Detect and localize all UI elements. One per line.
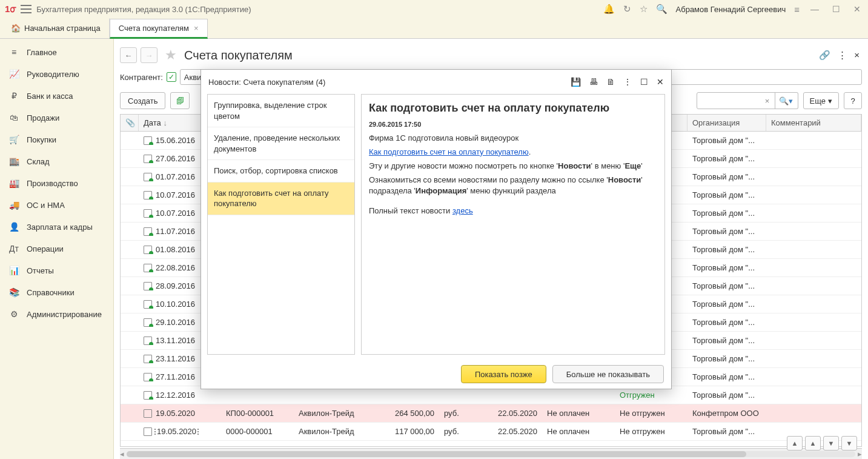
nav-label: Справочники — [27, 288, 75, 297]
horizontal-scrollbar[interactable]: ◂▸ — [120, 448, 862, 459]
preview-icon[interactable]: 🗎 — [606, 77, 615, 87]
document-icon — [144, 264, 152, 272]
home-icon: 🏠 — [11, 24, 21, 33]
col-comment[interactable]: Комментарий — [766, 115, 861, 131]
news-list-item[interactable]: Как подготовить счет на оплату покупател… — [208, 183, 354, 215]
sidebar-item-11[interactable]: 📚Справочники — [0, 281, 113, 303]
close-icon[interactable]: ✕ — [657, 77, 664, 87]
document-icon — [144, 427, 152, 436]
page-top-button[interactable]: ▲ — [787, 436, 803, 451]
window-close-icon[interactable]: ✕ — [851, 4, 863, 14]
document-icon — [144, 337, 152, 345]
help-button[interactable]: ? — [844, 92, 862, 109]
sidebar-item-12[interactable]: ⚙Администрирование — [0, 303, 113, 325]
sidebar-item-6[interactable]: 🏭Производство — [0, 172, 113, 194]
news-timestamp: 29.06.2015 17:50 — [369, 121, 657, 128]
filter-checkbox[interactable]: ✓ — [167, 72, 176, 82]
settings-icon[interactable]: ≡ — [794, 4, 800, 15]
app-title: Бухгалтерия предприятия, редакция 3.0 (1… — [36, 5, 251, 14]
nav-label: Отчеты — [27, 266, 54, 275]
page-up-button[interactable]: ▲ — [805, 436, 821, 451]
back-button[interactable]: ← — [120, 47, 137, 63]
sidebar-item-7[interactable]: 🚚ОС и НМА — [0, 194, 113, 216]
document-icon — [144, 246, 152, 254]
nav-icon: 🏬 — [8, 156, 19, 166]
document-icon — [144, 173, 152, 181]
tab-current[interactable]: Счета покупателям × — [110, 19, 208, 39]
document-icon — [144, 282, 152, 290]
close-icon[interactable]: × — [854, 50, 860, 61]
close-icon[interactable]: × — [194, 24, 199, 33]
nav-label: Руководителю — [27, 70, 79, 79]
news-link-2[interactable]: здесь — [452, 206, 473, 215]
sidebar-item-4[interactable]: 🛒Покупки — [0, 129, 113, 150]
star-icon[interactable]: ☆ — [640, 4, 648, 15]
history-icon[interactable]: ↻ — [623, 4, 631, 15]
document-icon — [144, 136, 152, 145]
sidebar-item-3[interactable]: 🛍Продажи — [0, 107, 113, 129]
document-icon — [144, 409, 152, 418]
title-bar: 1൦ Бухгалтерия предприятия, редакция 3.0… — [0, 0, 868, 18]
kebab-icon[interactable]: ⋮ — [623, 77, 632, 87]
maximize-icon[interactable]: ☐ — [640, 77, 648, 87]
favorite-toggle-icon[interactable]: ★ — [165, 47, 177, 63]
sidebar-item-2[interactable]: ₽Банк и касса — [0, 85, 113, 107]
create-button[interactable]: Создать — [120, 92, 165, 109]
search-icon[interactable]: 🔍 — [656, 4, 668, 15]
nav-label: Банк и касса — [27, 92, 73, 101]
document-icon — [144, 300, 152, 309]
nav-label: Продажи — [27, 113, 59, 122]
news-link-1[interactable]: Как подготовить счет на оплату покупател… — [369, 147, 529, 156]
print-icon[interactable]: 🖶 — [589, 77, 598, 87]
logo-1c: 1൦ — [5, 4, 16, 15]
col-attach[interactable]: 📎 — [121, 115, 139, 131]
sidebar-item-5[interactable]: 🏬Склад — [0, 150, 113, 172]
tab-home[interactable]: 🏠 Начальная страница — [2, 18, 110, 38]
bell-icon[interactable]: 🔔 — [603, 4, 615, 15]
tab-label: Счета покупателям — [119, 24, 189, 33]
copy-button[interactable]: 🗐 — [170, 92, 190, 109]
sidebar-item-10[interactable]: 📊Отчеты — [0, 260, 113, 281]
sidebar-item-8[interactable]: 👤Зарплата и кадры — [0, 216, 113, 238]
sidebar: ≡Главное📈Руководителю₽Банк и касса🛍Прода… — [0, 39, 114, 459]
col-org[interactable]: Организация — [687, 115, 766, 131]
dont-show-button[interactable]: Больше не показывать — [552, 365, 664, 383]
more-button[interactable]: Еще▾ — [803, 92, 839, 109]
news-list-item[interactable]: Удаление, проведение нескольких документ… — [208, 127, 354, 160]
show-later-button[interactable]: Показать позже — [461, 365, 546, 383]
kebab-icon[interactable]: ⋮ — [838, 50, 847, 61]
news-heading: Как подготовить счет на оплату покупател… — [369, 102, 657, 115]
window-maximize-icon[interactable]: ☐ — [830, 4, 843, 14]
nav-icon: 📚 — [8, 287, 19, 297]
table-row[interactable]: 19.05.20200000-000001Аквилон-Трейд117 00… — [121, 423, 861, 441]
user-name[interactable]: Абрамов Геннадий Сергеевич — [676, 5, 786, 14]
nav-label: Операции — [27, 244, 64, 253]
search-button[interactable]: 🔍▾ — [774, 92, 798, 109]
news-list-item[interactable]: Группировка, выделение строк цветом — [208, 95, 354, 127]
menu-icon[interactable] — [21, 5, 31, 13]
page-bottom-button[interactable]: ▼ — [841, 436, 857, 451]
forward-button[interactable]: → — [141, 47, 157, 63]
news-content: Как подготовить счет на оплату покупател… — [361, 94, 665, 355]
tab-home-label: Начальная страница — [24, 24, 101, 33]
page-down-button[interactable]: ▼ — [823, 436, 839, 451]
clear-search-icon[interactable]: × — [761, 94, 774, 107]
table-row[interactable]: 19.05.2020КП00-000001Аквилон-Трейд264 50… — [121, 404, 861, 423]
nav-icon: 🏭 — [8, 178, 19, 188]
window-minimize-icon[interactable]: — — [808, 4, 821, 14]
nav-icon: ⚙ — [8, 309, 19, 319]
news-p3: Ознакомиться со всеми новостями по разде… — [369, 175, 657, 198]
chevron-down-icon: ▾ — [828, 96, 832, 106]
document-icon — [144, 209, 152, 218]
news-list-item[interactable]: Поиск, отбор, сортировка списков — [208, 160, 354, 183]
nav-icon: 👤 — [8, 222, 19, 232]
nav-label: Производство — [27, 179, 78, 188]
news-p1: Фирма 1С подготовила новый видеоурок — [369, 133, 657, 144]
sidebar-item-1[interactable]: 📈Руководителю — [0, 63, 113, 85]
window-tabs: 🏠 Начальная страница Счета покупателям × — [0, 18, 868, 39]
nav-icon: 🛍 — [8, 113, 19, 122]
sidebar-item-0[interactable]: ≡Главное — [0, 41, 113, 63]
link-icon[interactable]: 🔗 — [819, 50, 830, 61]
sidebar-item-9[interactable]: ДтОперации — [0, 238, 113, 260]
save-icon[interactable]: 💾 — [571, 77, 581, 87]
